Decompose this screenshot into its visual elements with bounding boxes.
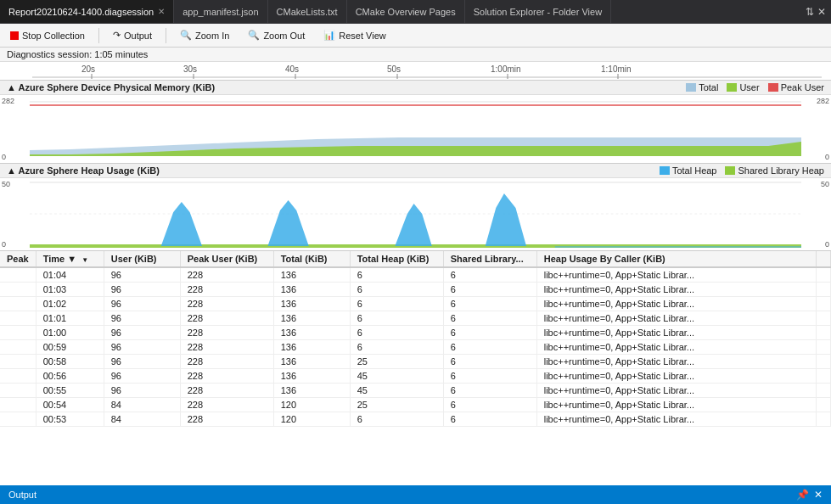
table-row: 01:049622813666libc++runtime=0, App+Stat… <box>0 267 831 283</box>
chart1-y-max: 282 <box>2 97 14 105</box>
cell-2: 96 <box>104 326 180 340</box>
status-text: Diagnostics session: 1:05 minutes <box>7 49 148 59</box>
table-row: 01:019622813666libc++runtime=0, App+Stat… <box>0 311 831 326</box>
svg-marker-24 <box>383 204 432 246</box>
cell-5: 25 <box>350 355 443 369</box>
col-shared[interactable]: Shared Library... <box>443 251 536 267</box>
cell-6: 6 <box>443 355 536 369</box>
table-row: 00:599622813666libc++runtime=0, App+Stat… <box>0 340 831 355</box>
cell-1: 01:04 <box>36 267 104 283</box>
cell-3: 228 <box>180 369 273 384</box>
chart2-section: ▲ Azure Sphere Heap Usage (KiB) Total He… <box>0 164 831 251</box>
chart1-section: ▲ Azure Sphere Device Physical Memory (K… <box>0 81 831 164</box>
svg-text:20s: 20s <box>81 64 95 74</box>
reset-view-label: Reset View <box>339 31 385 41</box>
cell-4: 120 <box>273 412 350 427</box>
legend-user-color <box>727 83 737 92</box>
col-total-heap[interactable]: Total Heap (KiB) <box>350 251 443 267</box>
cell-1: 01:01 <box>36 311 104 326</box>
cell-0 <box>0 311 36 326</box>
pin-icon[interactable]: ⇅ <box>806 6 814 18</box>
table-row: 01:029622813666libc++runtime=0, App+Stat… <box>0 297 831 311</box>
col-peak-user[interactable]: Peak User (KiB) <box>180 251 273 267</box>
col-peak[interactable]: Peak <box>0 251 36 267</box>
cell-3: 228 <box>180 283 273 297</box>
zoom-out-button[interactable]: 🔍 Zoom Out <box>243 28 310 42</box>
cell-2: 96 <box>104 297 180 311</box>
output-arrow-icon: ↷ <box>113 30 121 41</box>
output-bar: Output 📌 ✕ <box>0 485 831 504</box>
cell-2: 84 <box>104 398 180 412</box>
cell-6: 6 <box>443 384 536 398</box>
data-table: Peak Time ▼ ▼ User (KiB) Peak User (KiB) <box>0 251 831 427</box>
cell-3: 228 <box>180 384 273 398</box>
table-row: 01:009622813666libc++runtime=0, App+Stat… <box>0 326 831 340</box>
col-user[interactable]: User (KiB) <box>104 251 180 267</box>
cell-1: 01:00 <box>36 326 104 340</box>
cell-3: 228 <box>180 267 273 283</box>
cell-heap-usage: libc++runtime=0, App+Static Librar... <box>536 340 816 355</box>
col-total[interactable]: Total (KiB) <box>273 251 350 267</box>
col-time[interactable]: Time ▼ ▼ <box>36 251 104 267</box>
sort-icon: ▼ <box>81 256 88 264</box>
cell-heap-usage: libc++runtime=0, App+Static Librar... <box>536 398 816 412</box>
cell-1: 00:55 <box>36 384 104 398</box>
cell-0 <box>0 267 36 283</box>
tab-cmake[interactable]: CMakeLists.txt <box>268 0 347 23</box>
table-row: 00:5896228136256libc++runtime=0, App+Sta… <box>0 355 831 369</box>
svg-marker-22 <box>144 202 202 246</box>
cell-6: 6 <box>443 398 536 412</box>
chart2-legend: Total Heap Shared Library Heap <box>660 165 824 176</box>
close-tabs-icon[interactable]: ✕ <box>817 6 826 18</box>
cell-0 <box>0 326 36 340</box>
svg-text:40s: 40s <box>285 64 299 74</box>
cell-0 <box>0 340 36 355</box>
tab-cmake-overview[interactable]: CMake Overview Pages <box>347 0 465 23</box>
time-ruler: 20s 30s 40s 50s 1:00min 1:10min <box>0 62 831 81</box>
table-header-row: Peak Time ▼ ▼ User (KiB) Peak User (KiB) <box>0 251 831 267</box>
cell-2: 96 <box>104 311 180 326</box>
tab-close-diag[interactable]: ✕ <box>158 7 165 16</box>
legend-total-heap-color <box>660 166 670 175</box>
cell-3: 228 <box>180 311 273 326</box>
cell-3: 228 <box>180 326 273 340</box>
table-row: 00:538422812066libc++runtime=0, App+Stat… <box>0 412 831 427</box>
cell-4: 136 <box>273 384 350 398</box>
svg-text:1:10min: 1:10min <box>601 64 632 74</box>
tab-solution[interactable]: Solution Explorer - Folder View <box>465 0 611 23</box>
chart2-y-max: 50 <box>2 180 10 188</box>
zoom-out-label: Zoom Out <box>263 31 305 41</box>
tab-diag[interactable]: Report20210624-1400.diagsession ✕ <box>0 0 174 23</box>
cell-heap-usage: libc++runtime=0, App+Static Librar... <box>536 369 816 384</box>
chart1-y-min-right: 0 <box>825 153 829 161</box>
cell-2: 96 <box>104 355 180 369</box>
data-table-container[interactable]: Peak Time ▼ ▼ User (KiB) Peak User (KiB) <box>0 251 831 504</box>
cell-6: 6 <box>443 412 536 427</box>
cell-1: 00:59 <box>36 340 104 355</box>
output-button[interactable]: ↷ Output <box>108 28 157 42</box>
table-row: 01:039622813666libc++runtime=0, App+Stat… <box>0 283 831 297</box>
svg-marker-23 <box>251 200 309 246</box>
table-body: 01:049622813666libc++runtime=0, App+Stat… <box>0 267 831 427</box>
legend-shared-heap-color <box>725 166 735 175</box>
cell-2: 96 <box>104 340 180 355</box>
legend-total: Total <box>686 82 718 92</box>
close-output-icon[interactable]: ✕ <box>814 489 823 501</box>
cell-6: 6 <box>443 340 536 355</box>
zoom-in-button[interactable]: 🔍 Zoom In <box>175 28 234 42</box>
cell-2: 96 <box>104 283 180 297</box>
tab-cmake-label: CMakeLists.txt <box>277 7 338 17</box>
cell-1: 01:02 <box>36 297 104 311</box>
stop-collection-button[interactable]: Stop Collection <box>5 29 90 42</box>
cell-8 <box>817 340 831 355</box>
cell-3: 228 <box>180 398 273 412</box>
pin-output-icon[interactable]: 📌 <box>796 489 809 501</box>
legend-shared-heap: Shared Library Heap <box>725 165 824 176</box>
cell-heap-usage: libc++runtime=0, App+Static Librar... <box>536 267 816 283</box>
tab-manifest[interactable]: app_manifest.json <box>174 0 267 23</box>
svg-text:30s: 30s <box>183 64 197 74</box>
cell-8 <box>817 283 831 297</box>
col-heap-usage[interactable]: Heap Usage By Caller (KiB) <box>536 251 816 267</box>
reset-view-button[interactable]: 📊 Reset View <box>318 28 390 42</box>
chart1-y-min: 0 <box>2 153 6 161</box>
